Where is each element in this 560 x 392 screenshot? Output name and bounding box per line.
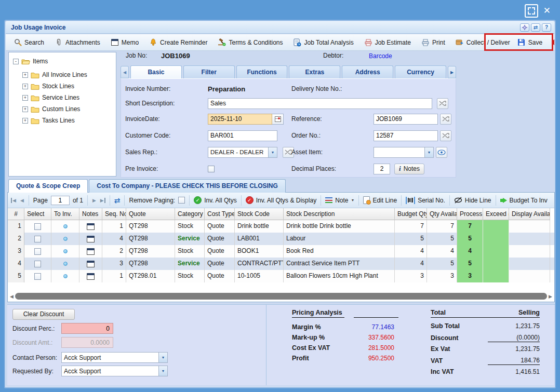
collapse-icon[interactable]: - (13, 59, 19, 64)
col-header[interactable]: Category (175, 208, 205, 220)
col-header[interactable]: Seq. No. (102, 208, 126, 220)
refresh-grid-icon[interactable]: ⇄ (114, 196, 121, 205)
hide-line-button[interactable]: Hide Line (454, 196, 491, 205)
tab-extras[interactable]: Extras (289, 65, 340, 78)
chevron-down-icon[interactable]: ▼ (158, 353, 167, 362)
serial-no-button[interactable]: Serial No. (406, 197, 445, 204)
tree-item-all-invoice-lines[interactable]: + All Invoice Lines (22, 70, 87, 79)
expand-icon[interactable]: + (22, 118, 28, 124)
col-header[interactable]: Process Q (457, 208, 483, 220)
col-header[interactable]: Budget Qty (395, 208, 427, 220)
clear-discount-button[interactable]: Clear Discount (12, 309, 75, 320)
short-description-input[interactable] (208, 98, 432, 109)
tab-quote-scope-creep[interactable]: Quote & Scope Creep (8, 179, 88, 193)
expand-icon[interactable]: + (22, 84, 28, 89)
select-checkbox[interactable] (34, 261, 41, 267)
help-icon[interactable]: ? (542, 23, 551, 32)
table-row[interactable]: 4 3 QT298 Service Quote CONTRACT/PTT Con… (8, 258, 554, 270)
tree-item-tasks-lines[interactable]: + Tasks Lines (22, 116, 75, 125)
tab-filter[interactable]: Filter (183, 65, 235, 78)
page-input[interactable] (51, 196, 70, 205)
tree-item-service-lines[interactable]: + Service Lines (22, 93, 79, 102)
first-page-icon[interactable]: ◀ (11, 198, 17, 203)
scrollbar-thumb[interactable] (15, 293, 547, 300)
job-total-analysis-button[interactable]: Job Total Analysis (290, 37, 357, 48)
reference-input[interactable] (374, 114, 438, 125)
to-inv-icon[interactable] (63, 262, 68, 266)
inv-all-qtys-display-button[interactable]: ✓ Inv. All Qtys & Display (246, 196, 316, 204)
col-header[interactable]: Stock Code (235, 208, 284, 220)
customer-code-input[interactable] (208, 130, 277, 141)
chevron-down-icon[interactable]: ▼ (268, 147, 277, 157)
col-header[interactable]: Quote (126, 208, 175, 220)
prev-page-icon[interactable]: ◀ (20, 198, 24, 203)
close-button[interactable]: ✕ Close (549, 37, 554, 48)
table-row[interactable]: 5 1 QT298.01 Stock Quote 10-1005 Balloon… (8, 270, 554, 282)
col-header[interactable]: Select (24, 208, 51, 220)
expand-icon[interactable]: + (22, 106, 28, 112)
budget-to-inv-button[interactable]: Budget To Inv (500, 197, 548, 204)
notes-cell-icon[interactable] (87, 248, 95, 255)
tab-cost-to-company[interactable]: Cost To Company - PLEASE CHECK THIS BEFO… (89, 179, 285, 193)
col-header[interactable]: To Inv. (51, 208, 79, 220)
tab-currency[interactable]: Currency (395, 65, 446, 78)
search-button[interactable]: Search (10, 37, 48, 48)
discount-perc-input[interactable] (61, 323, 113, 334)
chevron-down-icon[interactable]: ▼ (158, 366, 167, 376)
shuffle-icon[interactable] (440, 114, 451, 125)
sales-rep-select[interactable]: DEALER - DEALER ▼ (208, 147, 277, 158)
to-inv-icon[interactable] (63, 274, 68, 278)
pre-invoice-checkbox[interactable] (208, 166, 215, 172)
debtor-link[interactable]: Barcode (369, 52, 392, 60)
order-no-input[interactable] (374, 130, 438, 141)
notes-cell-icon[interactable] (87, 261, 95, 267)
col-header[interactable]: Notes (79, 208, 102, 220)
col-header[interactable]: Stock Description (284, 208, 395, 220)
memo-button[interactable]: Memo (107, 37, 142, 48)
tree-item-items[interactable]: - Items (13, 57, 48, 66)
select-checkbox[interactable] (34, 248, 41, 255)
create-reminder-button[interactable]: Create Reminder (145, 37, 211, 48)
select-checkbox[interactable] (34, 273, 41, 280)
calendar-icon[interactable] (272, 114, 284, 125)
to-inv-icon[interactable] (63, 237, 68, 241)
settings-icon[interactable] (520, 23, 529, 32)
chevron-down-icon[interactable]: ▼ (424, 147, 433, 157)
notes-cell-icon[interactable] (87, 223, 95, 230)
tab-basic[interactable]: Basic (130, 65, 182, 78)
job-estimate-button[interactable]: Job Estimate (361, 37, 415, 48)
last-page-icon[interactable]: ▶ (100, 198, 105, 203)
asset-item-select[interactable]: ▼ (374, 147, 434, 158)
refresh-icon[interactable]: ⇄ (531, 23, 540, 32)
col-header[interactable]: Exceed ( (483, 208, 509, 220)
select-checkbox[interactable] (34, 223, 41, 230)
note-button[interactable]: Note ▼ (325, 197, 354, 204)
collect-deliver-button[interactable]: Collect / Deliver (452, 37, 514, 48)
tree-item-stock-lines[interactable]: + Stock Lines (22, 82, 74, 91)
desktop-close-icon[interactable]: ✕ (543, 4, 551, 18)
table-row[interactable]: 1 1 QT298 Stock Quote Drink bottle Drink… (8, 220, 554, 233)
scroll-right-icon[interactable]: ▶ (549, 294, 552, 299)
notes-button[interactable]: i Notes (394, 164, 424, 174)
inv-all-qtys-button[interactable]: ✓ Inv. All Qtys (194, 196, 236, 204)
save-button[interactable]: Save (514, 37, 546, 48)
attachments-button[interactable]: Attachments (51, 37, 104, 48)
tree-item-custom-lines[interactable]: + Custom Lines (22, 104, 80, 114)
fullscreen-icon[interactable] (525, 4, 538, 18)
edit-line-button[interactable]: Edit Line (363, 196, 397, 204)
table-row[interactable]: 2 4 QT298 Service Quote LAB001 Labour 5 … (8, 233, 554, 245)
tab-functions[interactable]: Functions (236, 65, 288, 78)
col-header[interactable]: Display Availab (509, 208, 550, 220)
to-inv-icon[interactable] (63, 224, 68, 228)
table-row[interactable]: 3 2 QT298 Stock Quote BOOK1 Book Red 4 4… (8, 245, 554, 258)
col-header[interactable]: Qty Availab (427, 208, 457, 220)
eye-icon[interactable] (436, 147, 447, 158)
shuffle-icon[interactable] (437, 98, 448, 109)
tab-address[interactable]: Address (342, 65, 393, 78)
tab-scroll-left-icon[interactable]: ◀ (121, 66, 129, 78)
col-header[interactable]: # (8, 208, 24, 220)
requested-by-select[interactable]: Acck Support ▼ (61, 366, 168, 376)
select-checkbox[interactable] (34, 236, 41, 242)
terms-conditions-button[interactable]: Terms & Conditions (214, 37, 286, 48)
expand-icon[interactable]: + (22, 72, 28, 78)
